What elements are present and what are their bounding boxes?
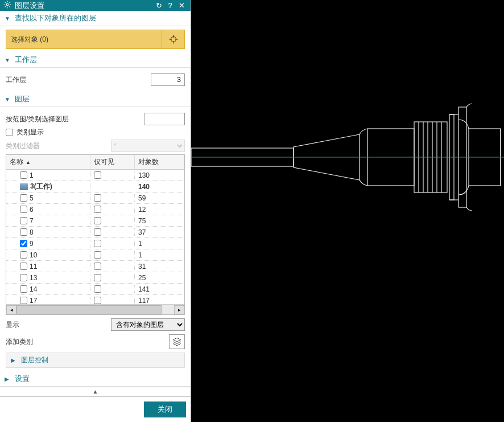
layer-control-label: 图层控制	[21, 355, 48, 365]
table-row[interactable]: 14141	[6, 284, 184, 295]
collapse-panel-button[interactable]: ▲	[0, 387, 191, 396]
layer-name-text: 11	[30, 263, 37, 271]
layer-name-checkbox[interactable]	[20, 217, 27, 224]
section-layers-body: 按范围/类别选择图层 类别显示 类别过滤器 * 名称 ▲ 仅可见	[0, 107, 191, 371]
layer-name-text: 8	[30, 228, 34, 236]
worklayer-input[interactable]	[151, 73, 185, 86]
layer-name-checkbox[interactable]	[20, 194, 27, 202]
chevron-right-icon: ▶	[11, 357, 19, 363]
section-worklayer-header[interactable]: ▼ 工作层	[0, 52, 191, 68]
section-find-title: 查找以下对象所在的图层	[15, 13, 96, 23]
gear-icon[interactable]	[3, 1, 11, 10]
hscroll-right-button[interactable]: ▸	[174, 305, 184, 314]
hscroll-left-button[interactable]: ◂	[6, 305, 16, 314]
layer-name-checkbox[interactable]	[20, 274, 27, 281]
layer-name-checkbox[interactable]	[20, 171, 27, 179]
layer-settings-panel: 图层设置 ↻ ? ✕ ▼ 查找以下对象所在的图层 选择对象 (0) ▼ 工作层 …	[0, 0, 191, 422]
layer-name-text: 10	[30, 251, 37, 259]
table-row[interactable]: 3(工作)140	[6, 181, 184, 192]
cad-viewport[interactable]	[191, 0, 504, 422]
layer-visible-checkbox[interactable]	[94, 171, 101, 179]
layer-objects-cell: 31	[135, 263, 184, 271]
refresh-icon[interactable]: ↻	[153, 1, 164, 10]
chevron-right-icon: ▶	[5, 376, 13, 382]
sort-asc-icon: ▲	[26, 159, 31, 165]
layer-visible-checkbox[interactable]	[94, 217, 101, 224]
layer-name-text: 6	[30, 206, 34, 214]
layer-objects-cell: 141	[135, 285, 184, 293]
layer-visible-checkbox[interactable]	[94, 263, 101, 270]
close-button[interactable]: 关闭	[144, 401, 186, 417]
title-text: 图层设置	[15, 1, 44, 11]
section-settings-title: 设置	[15, 374, 30, 384]
table-row[interactable]: 91	[6, 238, 184, 249]
table-row[interactable]: 1325	[6, 272, 184, 284]
col-visible-header[interactable]: 仅可见	[90, 155, 135, 169]
layer-objects-cell: 59	[135, 194, 184, 202]
add-category-button[interactable]	[169, 334, 185, 349]
layer-name-checkbox[interactable]	[20, 240, 27, 247]
hscroll-thumb[interactable]	[16, 305, 162, 314]
layer-name-text: 1	[30, 171, 34, 179]
table-row[interactable]: 1130	[6, 170, 184, 181]
chevron-down-icon: ▼	[5, 57, 13, 63]
layer-visible-checkbox[interactable]	[94, 297, 101, 304]
select-object-button[interactable]: 选择对象 (0)	[6, 30, 162, 49]
layer-name-checkbox[interactable]	[20, 263, 27, 270]
table-row[interactable]: 837	[6, 227, 184, 238]
layer-name-checkbox[interactable]	[20, 285, 27, 293]
category-display-checkbox[interactable]	[6, 129, 13, 136]
layer-name-text: 9	[30, 240, 34, 248]
section-worklayer-body: 工作层	[0, 68, 191, 92]
hscroll-track[interactable]	[16, 305, 174, 314]
table-hscroll[interactable]: ◂ ▸	[6, 304, 184, 314]
col-name-header[interactable]: 名称 ▲	[6, 155, 90, 169]
layer-name-text: 14	[30, 285, 37, 293]
col-objects-header[interactable]: 对象数	[135, 155, 184, 169]
table-row[interactable]: 775	[6, 215, 184, 227]
table-body[interactable]: 11303(工作)1405596127758379110111311325141…	[6, 170, 184, 304]
layer-objects-cell: 25	[135, 274, 184, 282]
category-display-label: 类别显示	[16, 128, 44, 137]
help-icon[interactable]: ?	[164, 1, 176, 10]
svg-point-0	[6, 3, 9, 6]
layer-name-checkbox[interactable]	[20, 206, 27, 213]
layer-visible-checkbox[interactable]	[94, 240, 101, 247]
chevron-down-icon: ▼	[5, 15, 13, 22]
layer-name-checkbox[interactable]	[20, 251, 27, 259]
layer-objects-cell: 130	[135, 171, 184, 179]
layer-objects-cell: 12	[135, 206, 184, 214]
layer-visible-checkbox[interactable]	[94, 274, 101, 281]
section-layers-title: 图层	[15, 94, 30, 104]
layer-objects-cell: 140	[135, 183, 184, 191]
layer-name-checkbox[interactable]	[20, 228, 27, 236]
layer-name-text: 17	[30, 297, 37, 305]
section-settings-header[interactable]: ▶ 设置	[0, 371, 191, 387]
layer-visible-checkbox[interactable]	[94, 206, 101, 213]
close-icon[interactable]: ✕	[176, 1, 187, 10]
section-find-header[interactable]: ▼ 查找以下对象所在的图层	[0, 11, 191, 26]
layer-visible-checkbox[interactable]	[94, 228, 101, 236]
layer-visible-checkbox[interactable]	[94, 194, 101, 202]
table-row[interactable]: 1131	[6, 261, 184, 272]
show-select[interactable]: 含有对象的图层	[111, 318, 185, 331]
addcat-label: 添加类别	[6, 337, 169, 347]
title-bar: 图层设置 ↻ ? ✕	[0, 0, 191, 11]
layer-objects-cell: 1	[135, 251, 184, 259]
chevron-down-icon: ▼	[5, 96, 13, 103]
table-row[interactable]: 17117	[6, 295, 184, 304]
layer-name-text: 5	[30, 194, 34, 202]
table-row[interactable]: 612	[6, 204, 184, 215]
footer: 关闭	[0, 396, 191, 422]
target-icon[interactable]	[162, 30, 185, 49]
range-input[interactable]	[144, 113, 185, 125]
layer-objects-cell: 37	[135, 228, 184, 236]
category-filter-label: 类别过滤器	[6, 141, 111, 151]
table-row[interactable]: 559	[6, 192, 184, 204]
layer-visible-checkbox[interactable]	[94, 285, 101, 293]
layer-control-header[interactable]: ▶ 图层控制	[6, 353, 185, 368]
layer-name-checkbox[interactable]	[20, 297, 27, 304]
section-layers-header[interactable]: ▼ 图层	[0, 92, 191, 107]
table-row[interactable]: 101	[6, 249, 184, 261]
layer-visible-checkbox[interactable]	[94, 251, 101, 259]
